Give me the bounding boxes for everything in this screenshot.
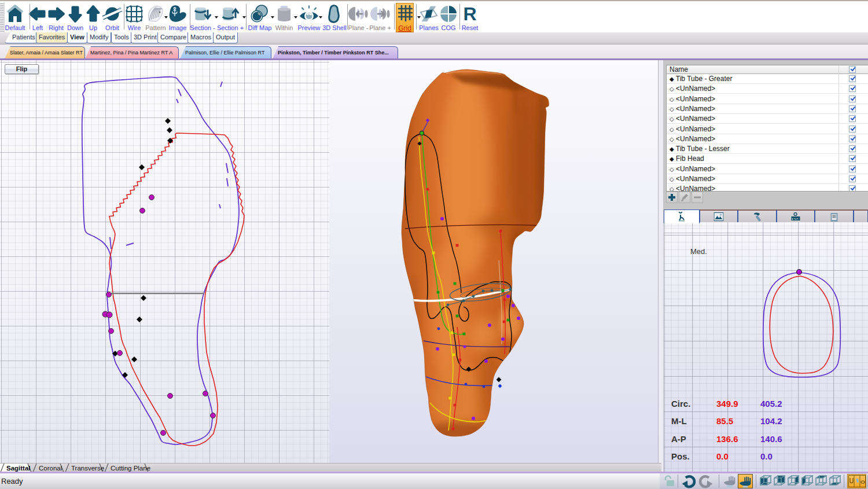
svg-text:Coronal: Coronal — [39, 465, 62, 472]
svg-text:Sagittal: Sagittal — [6, 465, 31, 472]
svg-text:R: R — [463, 5, 476, 23]
svg-text:Transverse: Transverse — [71, 465, 104, 472]
svg-text:Cutting Plane: Cutting Plane — [111, 465, 150, 472]
